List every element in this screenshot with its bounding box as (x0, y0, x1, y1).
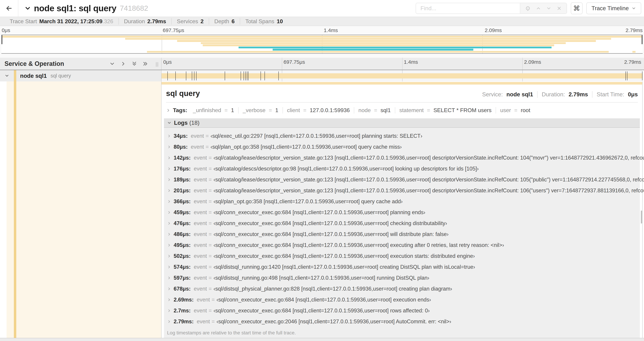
collapse-controls (109, 61, 148, 67)
service-operation-header: Service & Operation (0, 58, 162, 70)
keyboard-shortcuts-button[interactable]: ⌘ (571, 3, 582, 14)
gridline (402, 58, 402, 70)
log-entry-row[interactable]: 142μs: event = ‹sql/catalog/lease/descri… (164, 152, 640, 163)
log-entry-row[interactable]: 476μs: event = ‹sql/conn_executor_exec.g… (164, 218, 640, 229)
collapse-one-icon[interactable] (109, 61, 115, 67)
minimap-span-segment (632, 51, 636, 53)
span-operation-title: sql query (166, 89, 200, 98)
tick-label: 1.4ms (322, 27, 338, 33)
expand-log-icon (167, 189, 171, 193)
minimap-span-segment (177, 40, 596, 42)
info-value: March 31 2022, 17:25:09 (39, 18, 102, 25)
collapse-trace-chevron[interactable] (24, 5, 31, 12)
minimap-left-scrubber[interactable] (2, 35, 2, 44)
log-field-key: event (194, 209, 207, 216)
log-event-marker (260, 71, 261, 80)
expand-log-icon (167, 210, 171, 214)
log-entry-row[interactable]: 495μs: event = ‹sql/conn_executor_exec.g… (164, 240, 640, 250)
command-icon: ⌘ (573, 4, 580, 12)
span-duration-bar[interactable] (162, 73, 642, 79)
log-equals: = (208, 275, 212, 281)
tags-row[interactable]: Tags: _unfinished = 1 _verbose = 1 (162, 103, 642, 118)
trace-info-item: Depth 6 (209, 18, 240, 25)
span-row-timeline-cell[interactable] (162, 70, 642, 82)
chevron-down-icon (632, 6, 636, 11)
log-entry-row[interactable]: 201μs: event = ‹sql/catalog/lease/descri… (164, 185, 640, 196)
expand-log-icon (167, 298, 171, 302)
log-entry-row[interactable]: 597μs: event = ‹sql/distsql_running.go:4… (164, 272, 640, 283)
log-field-key: event (194, 242, 207, 248)
span-row-service-cell[interactable]: node sql1 sql query (0, 70, 162, 82)
minimap-span-segment (2, 36, 642, 38)
logs-list: 34μs: event = ‹sql/exec_util.go:2297 [ns… (164, 128, 640, 327)
log-entry-row[interactable]: 366μs: event = ‹sql/plan_opt.go:358 [nsq… (164, 196, 640, 207)
expand-one-icon[interactable] (120, 61, 126, 67)
expand-all-icon[interactable] (142, 61, 148, 67)
log-timestamp: 2.7ms: (174, 307, 190, 314)
vertical-scrollbar-thumb[interactable] (641, 210, 642, 223)
log-entry-row[interactable]: 678μs: event = ‹sql/distsql_physical_pla… (164, 283, 640, 294)
log-entry-row[interactable]: 189μs: event = ‹sql/catalog/lease/descri… (164, 174, 640, 185)
log-entry-row[interactable]: 2.69ms: event = ‹sql/conn_executor_exec.… (164, 294, 640, 305)
minimap-span-segment (273, 49, 473, 51)
expand-log-icon (167, 178, 171, 182)
tag-equals: = (224, 107, 228, 113)
log-entry-row[interactable]: 80μs: event = ‹sql/plan_opt.go:358 [nsql… (164, 141, 640, 152)
next-result-icon[interactable] (546, 6, 552, 11)
logs-header[interactable]: Logs (18) (164, 118, 640, 128)
trace-view-dropdown[interactable]: Trace Timeline (586, 3, 641, 14)
log-entry-row[interactable]: 34μs: event = ‹sql/exec_util.go:2297 [ns… (164, 131, 640, 141)
expand-log-icon (167, 221, 171, 225)
span-detail-zone: sql query Service: node sql1 Duration: 2… (0, 82, 644, 338)
info-suffix: .326 (102, 18, 113, 25)
log-entry-row[interactable]: 2.7ms: event = ‹sql/conn_executor_exec.g… (164, 305, 640, 316)
find-tools (520, 3, 566, 14)
log-equals: = (208, 253, 212, 259)
expand-log-icon (167, 134, 171, 138)
prev-result-icon[interactable] (536, 6, 541, 11)
expand-log-icon (167, 287, 171, 291)
log-entry-row[interactable]: 486μs: event = ‹sql/conn_executor_exec.g… (164, 229, 640, 240)
info-label: Duration (124, 18, 145, 25)
tag-key: user (500, 107, 511, 113)
log-entry-row[interactable]: 2.79ms: event = ‹sql/conn_executor_exec.… (164, 316, 640, 327)
tick-label: 2.09ms (483, 27, 502, 33)
minimap-row (2, 38, 642, 40)
log-entry-row[interactable]: 176μs: event = ‹sql/catalog/descs/descri… (164, 163, 640, 174)
collapse-span-chevron[interactable] (4, 73, 9, 78)
span-row: node sql1 sql query (0, 70, 644, 82)
clear-search-icon[interactable] (556, 6, 562, 11)
tick-label: 2.09ms (522, 59, 541, 65)
match-target-icon[interactable] (525, 6, 530, 11)
minimap-right-scrubber[interactable] (642, 35, 642, 44)
tag-key: _verbose (243, 107, 266, 113)
log-timestamp: 678μs: (174, 286, 190, 292)
gridline (282, 58, 282, 70)
log-message: ‹sql/conn_executor_exec.go:684 [nsql1,cl… (216, 297, 431, 303)
back-button[interactable] (0, 0, 18, 17)
expand-log-icon (167, 265, 171, 269)
log-field-key: event (194, 177, 207, 183)
column-resizer-handle[interactable] (156, 62, 158, 67)
log-equals: = (208, 198, 212, 205)
meta-value: node sql1 (506, 91, 533, 98)
find-input[interactable] (416, 3, 520, 14)
expand-tags-icon[interactable] (166, 108, 170, 113)
service-color-strip (14, 82, 16, 338)
log-message: ‹sql/plan_opt.go:358 [nsql1,client=127.0… (214, 198, 403, 205)
tag-item: node = sql1 (354, 107, 395, 114)
tick-label: 0μs (162, 59, 172, 65)
log-entry-row[interactable]: 459μs: event = ‹sql/conn_executor_exec.g… (164, 207, 640, 218)
minimap-canvas[interactable] (2, 35, 642, 54)
log-message: ‹sql/distsql_physical_planner.go:828 [ns… (214, 286, 452, 292)
collapse-all-icon[interactable] (132, 61, 137, 67)
log-entry-row[interactable]: 574μs: event = ‹sql/distsql_running.go:1… (164, 261, 640, 272)
log-message: ‹sql/conn_executor_exec.go:684 [nsql1,cl… (214, 253, 475, 259)
log-entry-row[interactable]: 502μs: event = ‹sql/conn_executor_exec.g… (164, 250, 640, 261)
log-field-key: event (194, 155, 207, 161)
minimap-tick-labels: 0μs697.75μs1.4ms2.09ms2.79ms (0, 26, 644, 35)
tag-key: statement (400, 107, 424, 113)
expand-log-icon (167, 156, 171, 160)
log-timestamp: 2.79ms: (174, 318, 194, 325)
horizontal-scrollbar-track[interactable] (0, 338, 644, 341)
